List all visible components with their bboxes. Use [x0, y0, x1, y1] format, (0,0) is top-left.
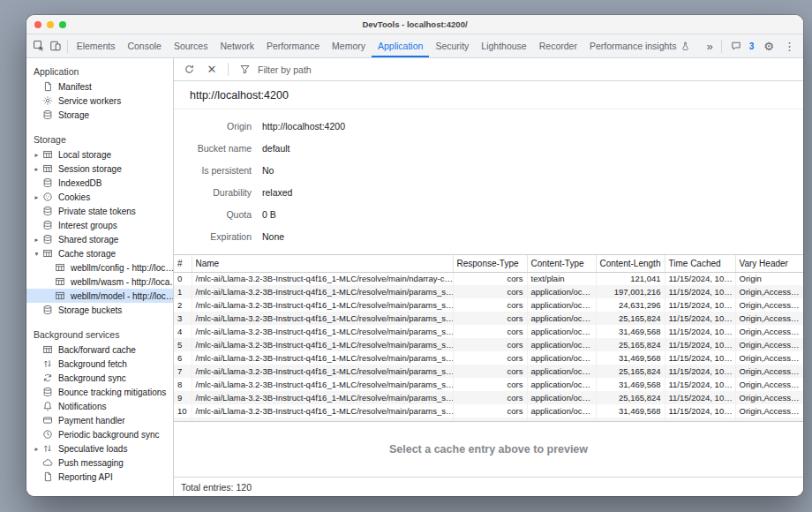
cache-cell: 25,165,824 — [596, 391, 665, 404]
column-header-vary-header[interactable]: Vary Header — [735, 255, 803, 272]
cache-entry-row[interactable]: 6/mlc-ai/Llama-3.2-3B-Instruct-q4f16_1-M… — [174, 351, 803, 365]
sidebar-item-storage[interactable]: Storage — [26, 108, 173, 122]
column-header-time-cached[interactable]: Time Cached — [665, 255, 735, 272]
sidebar-item-reporting-api[interactable]: Reporting API — [26, 470, 173, 484]
cache-entry-row[interactable]: 4/mlc-ai/Llama-3.2-3B-Instruct-q4f16_1-M… — [174, 325, 803, 338]
twisty-right-icon[interactable]: ▸ — [32, 165, 41, 173]
inspect-element-icon[interactable] — [30, 36, 47, 56]
device-toolbar-icon[interactable] — [47, 36, 64, 56]
cache-entry-row[interactable]: 5/mlc-ai/Llama-3.2-3B-Instruct-q4f16_1-M… — [174, 338, 803, 351]
tab-lighthouse[interactable]: Lighthouse — [475, 34, 532, 57]
cache-cell: application/oc… — [527, 351, 596, 365]
settings-gear-icon[interactable]: ⚙ — [759, 40, 778, 53]
tab-console[interactable]: Console — [121, 34, 168, 57]
cache-entries-table-wrap[interactable]: #NameResponse-TypeContent-TypeContent-Le… — [174, 254, 803, 422]
cache-cell: 31,469,568 — [596, 404, 665, 418]
cache-cell: 0 — [174, 272, 192, 285]
sidebar-item-session-storage[interactable]: ▸Session storage — [26, 162, 173, 176]
cache-entry-row[interactable]: 10/mlc-ai/Llama-3.2-3B-Instruct-q4f16_1-… — [174, 404, 803, 418]
sidebar-item-label: Session storage — [58, 164, 122, 174]
sidebar-item-cache-storage[interactable]: ▾Cache storage — [26, 246, 173, 260]
twisty-right-icon[interactable]: ▸ — [32, 445, 41, 453]
twisty-right-icon[interactable]: ▸ — [32, 236, 41, 244]
filter-by-path-input[interactable] — [258, 64, 381, 75]
cache-cell: Origin,Access… — [735, 378, 803, 391]
column-header-[interactable]: # — [174, 255, 192, 272]
kebab-menu-icon[interactable]: ⋮ — [779, 40, 800, 53]
sidebar-item-webllm-wasm-http-loca[interactable]: webllm/wasm - http://loca… — [26, 275, 173, 289]
twisty-down-icon[interactable]: ▾ — [32, 250, 41, 258]
sidebar-item-cookies[interactable]: ▸Cookies — [26, 190, 173, 204]
cache-cell: /mlc-ai/Llama-3.2-3B-Instruct-q4f16_1-ML… — [192, 312, 453, 325]
sidebar-item-storage-buckets[interactable]: Storage buckets — [26, 303, 173, 317]
cache-entry-row[interactable]: 2/mlc-ai/Llama-3.2-3B-Instruct-q4f16_1-M… — [174, 298, 803, 312]
sidebar-item-manifest[interactable]: Manifest — [26, 79, 173, 94]
more-tabs-icon[interactable]: » — [703, 40, 718, 53]
sidebar-item-back-forward-cache[interactable]: Back/forward cache — [26, 343, 173, 357]
toolbar-divider — [228, 63, 229, 76]
cache-entry-row[interactable]: 9/mlc-ai/Llama-3.2-3B-Instruct-q4f16_1-M… — [174, 391, 803, 404]
cache-cell: 4 — [174, 325, 192, 338]
sidebar-item-speculative-loads[interactable]: ▸Speculative loads — [26, 441, 173, 456]
sidebar-item-push-messaging[interactable]: Push messaging — [26, 456, 173, 470]
refresh-icon[interactable] — [179, 60, 199, 79]
sidebar-item-label: Interest groups — [58, 221, 117, 230]
bell-icon — [41, 400, 54, 412]
cache-cell: 11/15/2024, 10… — [665, 312, 735, 325]
tab-sources[interactable]: Sources — [168, 34, 214, 57]
sidebar-item-background-fetch[interactable]: Background fetch — [26, 357, 173, 371]
zoom-window-button[interactable] — [59, 21, 66, 28]
tab-application[interactable]: Application — [372, 34, 429, 57]
sidebar-item-payment-handler[interactable]: Payment handler — [26, 413, 173, 427]
tab-network[interactable]: Network — [214, 34, 260, 57]
tab-elements[interactable]: Elements — [71, 34, 122, 57]
meta-label: Quota — [174, 209, 252, 220]
delete-selected-icon[interactable]: ✕ — [202, 60, 222, 79]
cache-cell: Origin,Access… — [735, 404, 803, 418]
twisty-right-icon[interactable]: ▸ — [32, 151, 41, 159]
database-icon — [41, 109, 54, 121]
sidebar-item-label: Payment handler — [58, 416, 125, 425]
sidebar-item-shared-storage[interactable]: ▸Shared storage — [26, 232, 173, 246]
cache-entry-row[interactable]: 3/mlc-ai/Llama-3.2-3B-Instruct-q4f16_1-M… — [174, 312, 803, 325]
cache-cell: /mlc-ai/Llama-3.2-3B-Instruct-q4f16_1-ML… — [192, 298, 453, 312]
cache-cell: 25,165,824 — [596, 338, 665, 351]
sidebar-item-local-storage[interactable]: ▸Local storage — [26, 147, 173, 162]
close-window-button[interactable] — [34, 21, 41, 28]
console-messages-button[interactable]: 3 — [726, 40, 759, 52]
column-header-name[interactable]: Name — [192, 255, 453, 272]
sidebar-item-interest-groups[interactable]: Interest groups — [26, 218, 173, 232]
cache-cell: /mlc-ai/Llama-3.2-3B-Instruct-q4f16_1-ML… — [192, 365, 453, 378]
tab-memory[interactable]: Memory — [326, 34, 372, 57]
cache-cell: Origin,Access… — [735, 298, 803, 312]
sidebar-item-bounce-tracking-mitigations[interactable]: Bounce tracking mitigations — [26, 385, 173, 399]
cache-cell: 31,469,568 — [596, 378, 665, 391]
twisty-right-icon[interactable]: ▸ — [32, 193, 41, 201]
tab-performance[interactable]: Performance — [260, 34, 326, 57]
sidebar-section-title: Application — [26, 62, 173, 79]
sidebar-item-webllm-model-http-loc[interactable]: webllm/model - http://loc… — [26, 289, 173, 303]
cache-cell: /mlc-ai/Llama-3.2-3B-Instruct-q4f16_1-ML… — [192, 351, 453, 365]
sidebar-item-service-workers[interactable]: Service workers — [26, 94, 173, 108]
cache-cell: 11/15/2024, 10… — [665, 338, 735, 351]
sidebar-item-label: Cookies — [58, 192, 90, 202]
sidebar-item-indexeddb[interactable]: IndexedDB — [26, 176, 173, 190]
cache-entry-row[interactable]: 7/mlc-ai/Llama-3.2-3B-Instruct-q4f16_1-M… — [174, 365, 803, 378]
column-header-response-type[interactable]: Response-Type — [453, 255, 527, 272]
cache-cell: /mlc-ai/Llama-3.2-3B-Instruct-q4f16_1-ML… — [192, 338, 453, 351]
sidebar-item-background-sync[interactable]: Background sync — [26, 371, 173, 385]
cache-entry-row[interactable]: 8/mlc-ai/Llama-3.2-3B-Instruct-q4f16_1-M… — [174, 378, 803, 391]
sidebar-item-periodic-background-sync[interactable]: Periodic background sync — [26, 427, 173, 441]
sidebar-item-notifications[interactable]: Notifications — [26, 399, 173, 413]
cache-storage-panel: ✕ http://localhost:4200 Originhttp://loc… — [174, 58, 803, 496]
minimize-window-button[interactable] — [47, 21, 54, 28]
cache-entry-row[interactable]: 0/mlc-ai/Llama-3.2-3B-Instruct-q4f16_1-M… — [174, 272, 803, 285]
cache-entry-row[interactable]: 1/mlc-ai/Llama-3.2-3B-Instruct-q4f16_1-M… — [174, 285, 803, 298]
column-header-content-type[interactable]: Content-Type — [527, 255, 596, 272]
sidebar-item-private-state-tokens[interactable]: Private state tokens — [26, 204, 173, 218]
tab-performance-insights[interactable]: Performance insights — [583, 34, 703, 57]
tab-recorder[interactable]: Recorder — [533, 34, 583, 57]
sidebar-item-webllm-config-http-loc[interactable]: webllm/config - http://loc… — [26, 260, 173, 275]
column-header-content-length[interactable]: Content-Length — [596, 255, 665, 272]
tab-security[interactable]: Security — [429, 34, 475, 57]
